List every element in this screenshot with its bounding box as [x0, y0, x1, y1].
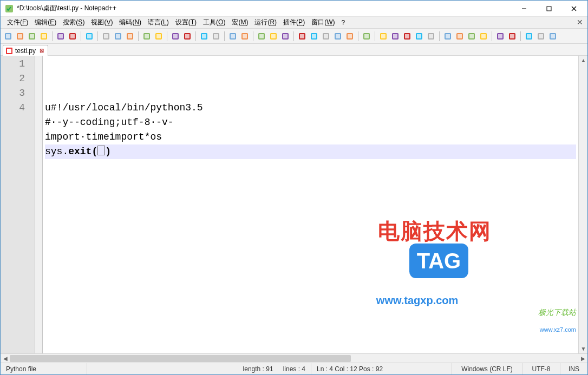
line-number[interactable]: 3 [1, 86, 35, 101]
menu-v[interactable]: 视图(V) [88, 17, 116, 28]
folder-icon[interactable] [344, 31, 355, 42]
clear-compare-icon[interactable] [454, 31, 465, 42]
toggle-1-icon[interactable] [495, 31, 506, 42]
play-icon[interactable] [402, 31, 413, 42]
watermark-corner: 极光下载站 www.xz7.com [526, 299, 576, 350]
menu-p[interactable]: 插件(P) [280, 17, 308, 28]
zoom-out-icon[interactable] [211, 31, 221, 42]
svg-rect-72 [458, 34, 462, 38]
save-macro-icon[interactable] [426, 31, 436, 42]
svg-rect-76 [481, 34, 486, 38]
svg-rect-66 [417, 34, 421, 38]
svg-rect-26 [145, 34, 149, 38]
toolbar-separator [439, 31, 440, 41]
show-all-icon[interactable] [268, 31, 279, 42]
menu-m[interactable]: 宏(M) [228, 17, 251, 28]
monitor-icon[interactable] [361, 31, 372, 42]
bold-h-icon[interactable] [547, 31, 558, 42]
fold-margin[interactable] [35, 56, 43, 353]
doc-list-icon[interactable] [321, 31, 331, 42]
record-icon[interactable] [378, 31, 389, 42]
copy-icon[interactable] [113, 31, 123, 42]
menu-n[interactable]: 编码(N) [116, 17, 145, 28]
code-line[interactable]: u#!/usr/local/bin/python3.5 [45, 101, 576, 115]
save-icon[interactable] [27, 31, 37, 42]
code-line[interactable]: #·-y--coding;utf-8·-v- [45, 115, 576, 130]
line-number-gutter[interactable]: 1234 [1, 56, 35, 353]
compare-icon[interactable] [442, 31, 453, 42]
menu-l[interactable]: 语言(L) [145, 17, 172, 28]
code-line[interactable]: import·timeimport*os [45, 130, 576, 144]
print-icon[interactable] [84, 31, 95, 42]
menu-r[interactable]: 运行(R) [251, 17, 280, 28]
line-number[interactable]: 1 [1, 57, 35, 71]
toggle-4-icon[interactable] [535, 31, 546, 42]
lang-icon[interactable] [297, 31, 308, 42]
toolbar-separator [97, 31, 98, 41]
scroll-left-icon[interactable]: ◀ [1, 354, 10, 363]
close-icon[interactable] [55, 31, 66, 42]
zoom-in-icon[interactable] [199, 31, 210, 42]
toolbar-separator [293, 31, 294, 41]
wrap-icon[interactable] [256, 31, 267, 42]
stop-icon[interactable] [390, 31, 401, 42]
find-icon[interactable] [170, 31, 181, 42]
save-all-icon[interactable] [38, 31, 49, 42]
redo-icon[interactable] [153, 31, 164, 42]
svg-rect-78 [498, 34, 502, 38]
close-all-icon[interactable] [67, 31, 78, 42]
menu-f[interactable]: 文件(F) [4, 17, 31, 28]
open-file-icon[interactable] [15, 31, 25, 42]
code-line[interactable]: sys.exit() [45, 144, 576, 159]
replace-icon[interactable] [182, 31, 193, 42]
doc-map-icon[interactable] [309, 31, 319, 42]
undo-icon[interactable] [141, 31, 152, 42]
status-position: Ln : 4 Col : 12 Pos : 92 [311, 363, 452, 374]
menu-w[interactable]: 窗口(W) [308, 17, 338, 28]
play-multi-icon[interactable] [414, 31, 424, 42]
status-insert-mode[interactable]: INS [560, 363, 587, 374]
scroll-thumb[interactable] [10, 355, 351, 362]
svg-rect-86 [551, 34, 555, 38]
svg-rect-64 [405, 34, 409, 38]
code-area[interactable]: u#!/usr/local/bin/python3.5#·-y--coding;… [43, 56, 578, 353]
svg-rect-70 [446, 34, 450, 38]
menu-t[interactable]: 设置(T) [172, 17, 200, 28]
sync-v-icon[interactable] [227, 31, 238, 42]
line-number[interactable]: 2 [1, 71, 35, 86]
func-list-icon[interactable] [332, 31, 343, 42]
menu-help[interactable]: ? [338, 18, 348, 28]
toolbar-separator [52, 31, 53, 41]
nav-first-icon[interactable] [466, 31, 477, 42]
vertical-scrollbar[interactable]: ▲ ▼ [578, 56, 587, 353]
nav-prev-icon[interactable] [478, 31, 489, 42]
scroll-right-icon[interactable]: ▶ [578, 354, 587, 363]
minimize-button[interactable] [512, 1, 537, 17]
menu-o[interactable]: 工具(O) [200, 17, 228, 28]
toolbar-separator [224, 31, 225, 41]
menu-s[interactable]: 搜索(S) [60, 17, 88, 28]
toolbar-separator [253, 31, 253, 41]
menu-e[interactable]: 编辑(E) [31, 17, 60, 28]
close-window-button[interactable] [561, 1, 586, 17]
toggle-2-icon[interactable] [507, 31, 518, 42]
scroll-down-icon[interactable]: ▼ [579, 344, 587, 353]
caret [97, 146, 105, 155]
horizontal-scrollbar[interactable]: ◀ ▶ [1, 353, 587, 363]
scroll-up-icon[interactable]: ▲ [579, 56, 587, 65]
svg-rect-28 [156, 34, 161, 38]
maximize-button[interactable] [537, 1, 561, 17]
svg-rect-12 [42, 34, 46, 38]
menubar-close-icon[interactable]: ✕ [577, 18, 583, 27]
tab-close-icon[interactable]: ⊠ [39, 48, 44, 54]
new-file-icon[interactable] [3, 31, 14, 42]
toggle-3-icon[interactable] [524, 31, 534, 42]
status-encoding[interactable]: UTF-8 [522, 363, 560, 374]
status-eol[interactable]: Windows (CR LF) [452, 363, 522, 374]
cut-icon[interactable] [101, 31, 112, 42]
line-number[interactable]: 4 [1, 101, 35, 115]
indent-guide-icon[interactable] [280, 31, 291, 42]
tab-file[interactable]: testl.py ⊠ [3, 45, 48, 56]
paste-icon[interactable] [125, 31, 135, 42]
sync-h-icon[interactable] [239, 31, 250, 42]
